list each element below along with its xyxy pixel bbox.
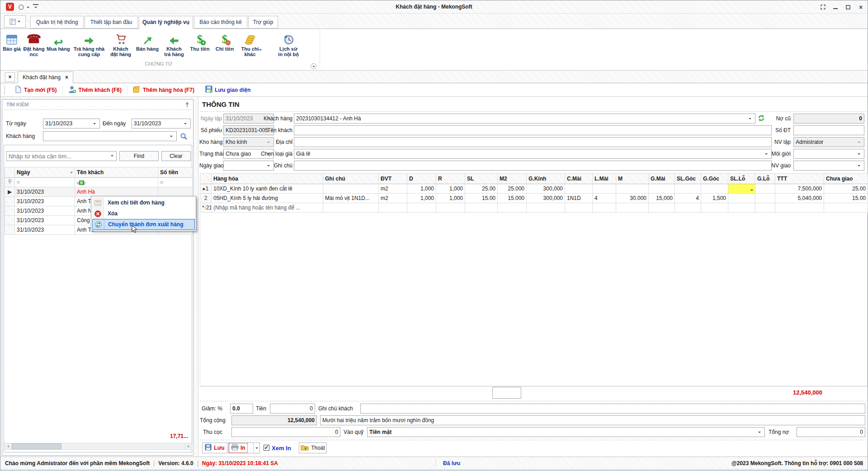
menu-item-delete[interactable]: Xóa xyxy=(92,208,195,219)
minimize-button[interactable] xyxy=(831,3,840,11)
ribbon-tab-quan-tri[interactable]: Quản trị hệ thống xyxy=(30,16,84,29)
add-customer-button[interactable]: Thêm khách (F6) xyxy=(63,85,127,95)
tool-bao-gia[interactable]: Báo giá xyxy=(1,31,22,52)
ten-khach-field[interactable] xyxy=(294,125,772,135)
detail-header-row: Hàng hóa Ghi chú ĐVT D R SL M2 G.Kính C.… xyxy=(200,174,868,184)
xem-in-checkbox[interactable]: ✓ xyxy=(264,445,269,451)
scroll-right-icon[interactable] xyxy=(185,443,192,449)
tool-tra-hang-ncc[interactable]: Trả hàng nhà cung cấp xyxy=(71,31,107,57)
app-menu-button[interactable] xyxy=(4,15,26,28)
dia-chi-field[interactable] xyxy=(294,137,772,147)
no-cu-label: Nợ cũ xyxy=(767,114,791,124)
filter-ten-khach[interactable]: aBc xyxy=(75,178,158,187)
from-date-picker[interactable]: 31/10/2023 xyxy=(43,119,100,128)
doc-tab-khach-dat-hang[interactable]: Khách đặt hàng × xyxy=(18,71,73,83)
nv-lap-combo[interactable]: Admistrator xyxy=(793,137,864,147)
search-results-groupbox: Find Clear Ngày Tên khách Số tiền = aBc … xyxy=(4,145,192,452)
tool-thu-chi-khac[interactable]: Thu chi khác xyxy=(237,31,263,57)
scrollbar-thumb[interactable] xyxy=(12,443,61,449)
col-ngay[interactable]: Ngày xyxy=(15,167,75,178)
filter-pin-icon xyxy=(8,179,12,184)
trang-thai-label: Trạng thái xyxy=(199,149,222,159)
so-dt-label: Số ĐT xyxy=(767,125,791,135)
ghi-chu-khach-input[interactable] xyxy=(360,404,865,414)
tong-no-label: Tổng nợ xyxy=(769,427,794,437)
table-row[interactable]: ▶ 31/10/2023 Anh Hà xyxy=(5,187,193,197)
ribbon-group-label: CHỨNG TỪ xyxy=(0,61,317,67)
create-new-button[interactable]: Tạo mới (F5) xyxy=(9,85,62,95)
window-title: Khách đặt hàng - MekongSoft xyxy=(0,0,868,14)
detail-row[interactable]: 2 05HD_Kính 5 ly hải đường Mài mỏ vịt 1N… xyxy=(200,194,868,203)
inline-editor[interactable] xyxy=(492,387,521,399)
panel-splitter[interactable] xyxy=(194,97,198,457)
active-cell[interactable] xyxy=(728,184,755,194)
print-button[interactable]: In xyxy=(228,442,260,453)
filter-so-tien[interactable]: = xyxy=(158,178,193,187)
giam-input[interactable]: 0.0 xyxy=(230,404,253,414)
detail-row[interactable]: ▸1 10XD_Kính 10 ly xanh đen cắt lẻ m2 1,… xyxy=(200,184,868,194)
toolbar-grip[interactable] xyxy=(4,86,6,94)
ribbon-tab-bao-cao[interactable]: Báo cáo thống kê xyxy=(194,16,247,29)
xem-in-label[interactable]: Xem In xyxy=(272,445,291,452)
ribbon-tab-quan-ly-nghiep-vu[interactable]: Quản lý nghiệp vụ xyxy=(139,16,193,29)
menu-item-view-order-detail[interactable]: Xem chi tiết đơn hàng xyxy=(92,197,195,208)
detail-new-row[interactable]: *-21 (Nhập mã hàng hoặc tên hàng để ... xyxy=(200,203,868,213)
customer-filter-combo[interactable] xyxy=(43,131,177,141)
dollar-minus-icon: $− xyxy=(222,31,228,45)
tool-ban-hang[interactable]: Bán hàng xyxy=(134,31,160,52)
tool-mua-hang[interactable]: ↩ Mua hàng xyxy=(46,31,71,52)
moi-gioi-combo[interactable] xyxy=(793,149,864,159)
document-tab-bar: × Khách đặt hàng × xyxy=(0,71,868,83)
tien-input[interactable]: 0 xyxy=(270,404,315,414)
filter-ngay[interactable]: = xyxy=(15,178,75,187)
print-options-icon[interactable] xyxy=(253,443,259,453)
nv-giao-label: NV giao xyxy=(767,161,791,171)
fullscreen-button[interactable] xyxy=(819,3,827,11)
save-button[interactable]: Lưu xyxy=(202,442,227,453)
maximize-button[interactable] xyxy=(844,3,852,11)
keyword-search-input[interactable] xyxy=(6,151,117,161)
close-all-tabs-button[interactable]: × xyxy=(5,72,15,82)
tool-khach-dat-hang[interactable]: Khách đặt hàng xyxy=(107,31,134,57)
exit-button[interactable]: Thoát xyxy=(299,442,327,453)
divider xyxy=(4,109,191,110)
horizontal-scrollbar[interactable] xyxy=(5,443,192,450)
vao-quy-label: Vào quỹ xyxy=(344,427,364,437)
to-date-picker[interactable]: 31/10/2023 xyxy=(132,119,191,128)
so-dt-field[interactable] xyxy=(793,125,864,135)
search-icon[interactable] xyxy=(180,133,188,142)
amount-in-words: Mười hai triệu năm trăm bốn mươi nghìn đ… xyxy=(320,415,865,425)
ribbon-tab-thiet-lap[interactable]: Thiết lập ban đầu xyxy=(85,16,138,29)
nv-giao-combo[interactable] xyxy=(793,161,864,171)
divider xyxy=(200,401,866,401)
col-ten-khach[interactable]: Tên khách xyxy=(75,167,158,178)
add-product-button[interactable]: Thêm hàng hóa (F7) xyxy=(127,85,200,95)
chevron-down-icon[interactable] xyxy=(111,155,113,157)
clear-button[interactable]: Clear xyxy=(161,151,191,161)
tool-dat-hang-ncc[interactable]: ☎ Đặt hàng ncc xyxy=(22,31,46,57)
divider xyxy=(200,111,866,112)
scroll-left-icon[interactable] xyxy=(5,443,12,449)
grid-empty-area[interactable] xyxy=(200,214,868,386)
tool-khach-tra-hang[interactable]: Khách trả hàng xyxy=(160,31,188,57)
tool-chi-tien[interactable]: $− Chi tiền xyxy=(213,31,236,52)
context-menu: Xem chi tiết đơn hàng Xóa Chuyển thành đ… xyxy=(91,196,196,231)
refresh-icon[interactable] xyxy=(758,114,765,123)
khach-hang-combo[interactable]: 20231030134412 - Anh Hà xyxy=(294,114,755,124)
col-so-tien[interactable]: Số tiền xyxy=(158,167,193,178)
ghi-chu-field[interactable] xyxy=(294,161,772,171)
ribbon-tab-tro-giup[interactable]: Trợ giúp xyxy=(248,16,278,29)
close-icon[interactable]: × xyxy=(65,74,68,81)
collapse-group-icon[interactable] xyxy=(311,63,316,69)
thu-coc-input[interactable]: 0 xyxy=(231,427,340,437)
vao-quy-combo[interactable]: Tiền mặt xyxy=(367,427,765,437)
chon-loai-gia-combo[interactable]: Giá lẻ xyxy=(294,149,772,159)
pin-icon[interactable] xyxy=(185,102,189,109)
close-button[interactable]: × xyxy=(857,3,865,11)
tool-lich-su-in-noi-bo[interactable]: Lịch sử in nội bộ xyxy=(274,31,302,57)
tool-thu-tien[interactable]: $+ Thu tiền xyxy=(188,31,212,52)
find-button[interactable]: Find xyxy=(119,151,159,161)
menu-item-convert-to-sales-order[interactable]: Chuyển thành đơn xuất hàng xyxy=(92,219,195,230)
save-layout-button[interactable]: Lưu giao diện xyxy=(200,85,256,95)
pending-total: 12,540,000 xyxy=(766,389,822,396)
